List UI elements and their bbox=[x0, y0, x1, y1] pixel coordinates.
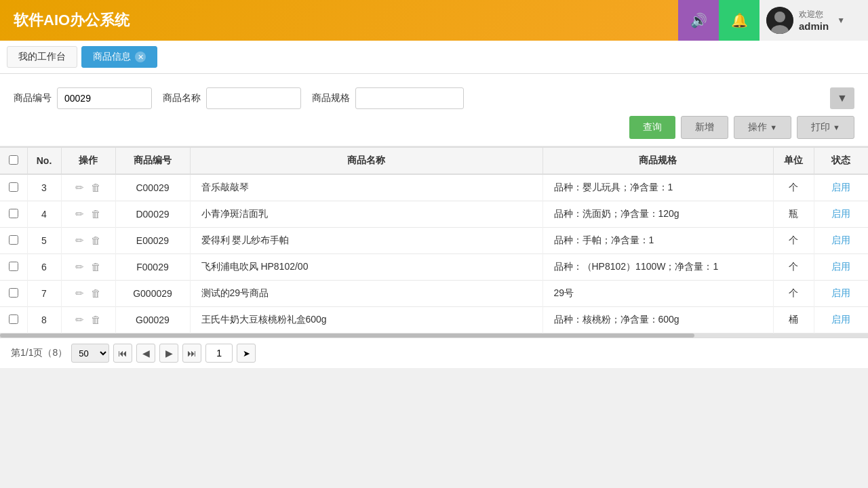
cell-spec: 品种：核桃粉；净含量：600g bbox=[542, 307, 773, 333]
table-row: 8 ✏ 🗑 G00029 王氏牛奶大豆核桃粉礼盒600g 品种：核桃粉；净含量：… bbox=[0, 307, 868, 333]
search-group-spec: 商品规格 bbox=[312, 87, 464, 109]
table-body: 3 ✏ 🗑 C00029 音乐敲敲琴 品种：婴儿玩具；净含量：1 个 启用 4 … bbox=[0, 174, 868, 333]
cell-checkbox[interactable] bbox=[0, 281, 27, 307]
delete-icon[interactable]: 🗑 bbox=[91, 208, 101, 220]
username-label: admin bbox=[799, 20, 829, 32]
tab-product-info-label: 商品信息 bbox=[93, 51, 131, 63]
row-checkbox[interactable] bbox=[9, 235, 18, 245]
table-wrapper: No. 操作 商品编号 商品名称 商品规格 单位 状态 3 ✏ 🗑 C00029… bbox=[0, 146, 868, 333]
sound-icon: 🔊 bbox=[690, 12, 707, 28]
query-button[interactable]: 查询 bbox=[629, 116, 675, 139]
cell-action: ✏ 🗑 bbox=[61, 254, 115, 281]
cell-action: ✏ 🗑 bbox=[61, 228, 115, 254]
edit-icon[interactable]: ✏ bbox=[75, 235, 84, 246]
search-group-name: 商品名称 bbox=[163, 87, 301, 109]
table-row: 4 ✏ 🗑 D00029 小青净斑洁面乳 品种：洗面奶；净含量：120g 瓶 启… bbox=[0, 201, 868, 228]
col-checkbox bbox=[0, 147, 27, 174]
cell-spec: 品种：（HP8102）1100W；净含量：1 bbox=[542, 254, 773, 281]
welcome-label: 欢迎您 bbox=[799, 9, 829, 20]
header-right: 🔊 🔔 欢迎您 admin ▼ bbox=[678, 0, 868, 41]
tab-workspace[interactable]: 我的工作台 bbox=[7, 46, 77, 68]
delete-icon[interactable]: 🗑 bbox=[91, 235, 101, 246]
col-name: 商品名称 bbox=[190, 147, 542, 174]
last-page-button[interactable]: ⏭ bbox=[182, 344, 201, 363]
cell-no: 4 bbox=[27, 201, 61, 228]
print-button[interactable]: 打印▼ bbox=[797, 116, 854, 139]
edit-icon[interactable]: ✏ bbox=[75, 208, 84, 220]
next-page-button[interactable]: ▶ bbox=[159, 344, 178, 363]
tab-workspace-label: 我的工作台 bbox=[18, 51, 66, 62]
cell-code: F00029 bbox=[115, 254, 190, 281]
search-actions: 查询 新增 操作▼ 打印▼ bbox=[14, 116, 854, 139]
go-page-button[interactable]: ➤ bbox=[237, 344, 256, 363]
page-size-select[interactable]: 50 10 20 100 bbox=[71, 344, 109, 363]
tab-product-info[interactable]: 商品信息 ✕ bbox=[81, 46, 157, 68]
bell-button[interactable]: 🔔 bbox=[719, 0, 760, 41]
header: 软件AIO办公系统 🔊 🔔 欢迎您 admin ▼ bbox=[0, 0, 868, 41]
row-checkbox[interactable] bbox=[9, 209, 18, 218]
cell-name: 飞利浦电吹风 HP8102/00 bbox=[190, 254, 542, 281]
cell-checkbox[interactable] bbox=[0, 307, 27, 333]
cell-status: 启用 bbox=[814, 228, 868, 254]
avatar bbox=[766, 7, 793, 34]
product-spec-input[interactable] bbox=[355, 87, 464, 109]
delete-icon[interactable]: 🗑 bbox=[91, 261, 101, 272]
cell-checkbox[interactable] bbox=[0, 174, 27, 201]
pagination: 第1/1页（8） 50 10 20 100 ⏮ ◀ ▶ ⏭ ➤ bbox=[0, 338, 868, 368]
prev-page-button[interactable]: ◀ bbox=[136, 344, 155, 363]
cell-status: 启用 bbox=[814, 307, 868, 333]
cell-action: ✏ 🗑 bbox=[61, 174, 115, 201]
edit-icon[interactable]: ✏ bbox=[75, 182, 84, 193]
ops-button[interactable]: 操作▼ bbox=[734, 116, 791, 139]
cell-no: 5 bbox=[27, 228, 61, 254]
product-code-input[interactable] bbox=[57, 87, 152, 109]
row-checkbox[interactable] bbox=[9, 182, 18, 192]
expand-search-button[interactable]: ▼ bbox=[830, 87, 854, 109]
edit-icon[interactable]: ✏ bbox=[75, 287, 84, 299]
page-number-input[interactable] bbox=[205, 344, 233, 363]
cell-status: 启用 bbox=[814, 254, 868, 281]
cell-unit: 个 bbox=[773, 228, 814, 254]
cell-status: 启用 bbox=[814, 281, 868, 307]
row-checkbox[interactable] bbox=[9, 314, 18, 324]
user-area[interactable]: 欢迎您 admin ▼ bbox=[760, 0, 868, 41]
cell-spec: 品种：洗面奶；净含量：120g bbox=[542, 201, 773, 228]
product-name-label: 商品名称 bbox=[163, 92, 201, 104]
cell-status: 启用 bbox=[814, 174, 868, 201]
edit-icon[interactable]: ✏ bbox=[75, 261, 84, 272]
row-checkbox[interactable] bbox=[9, 262, 18, 271]
scroll-thumb bbox=[0, 333, 694, 338]
close-icon[interactable]: ✕ bbox=[135, 52, 146, 62]
cell-spec: 29号 bbox=[542, 281, 773, 307]
product-name-input[interactable] bbox=[206, 87, 301, 109]
edit-icon[interactable]: ✏ bbox=[75, 314, 84, 325]
cell-checkbox[interactable] bbox=[0, 254, 27, 281]
first-page-button[interactable]: ⏮ bbox=[113, 344, 132, 363]
row-checkbox[interactable] bbox=[9, 288, 18, 298]
add-button[interactable]: 新增 bbox=[681, 116, 728, 139]
table-row: 7 ✏ 🗑 G000029 测试的29号商品 29号 个 启用 bbox=[0, 281, 868, 307]
delete-icon[interactable]: 🗑 bbox=[91, 182, 101, 193]
table-row: 5 ✏ 🗑 E00029 爱得利 婴儿纱布手帕 品种：手帕；净含量：1 个 启用 bbox=[0, 228, 868, 254]
cell-code: G000029 bbox=[115, 281, 190, 307]
cell-code: G00029 bbox=[115, 307, 190, 333]
ops-dropdown-arrow: ▼ bbox=[770, 123, 777, 131]
delete-icon[interactable]: 🗑 bbox=[91, 314, 101, 325]
delete-icon[interactable]: 🗑 bbox=[91, 287, 101, 299]
select-all-checkbox[interactable] bbox=[9, 155, 18, 165]
ops-label: 操作 bbox=[748, 121, 767, 132]
user-dropdown-arrow[interactable]: ▼ bbox=[837, 16, 845, 25]
table-row: 6 ✏ 🗑 F00029 飞利浦电吹风 HP8102/00 品种：（HP8102… bbox=[0, 254, 868, 281]
col-status: 状态 bbox=[814, 147, 868, 174]
chevron-down-icon: ▼ bbox=[837, 92, 848, 104]
cell-name: 爱得利 婴儿纱布手帕 bbox=[190, 228, 542, 254]
cell-name: 王氏牛奶大豆核桃粉礼盒600g bbox=[190, 307, 542, 333]
tabs-bar: 我的工作台 商品信息 ✕ bbox=[0, 41, 868, 74]
sound-button[interactable]: 🔊 bbox=[678, 0, 719, 41]
cell-no: 3 bbox=[27, 174, 61, 201]
cell-checkbox[interactable] bbox=[0, 228, 27, 254]
user-text: 欢迎您 admin bbox=[799, 9, 829, 32]
cell-action: ✏ 🗑 bbox=[61, 201, 115, 228]
horizontal-scrollbar[interactable] bbox=[0, 333, 868, 338]
cell-checkbox[interactable] bbox=[0, 201, 27, 228]
